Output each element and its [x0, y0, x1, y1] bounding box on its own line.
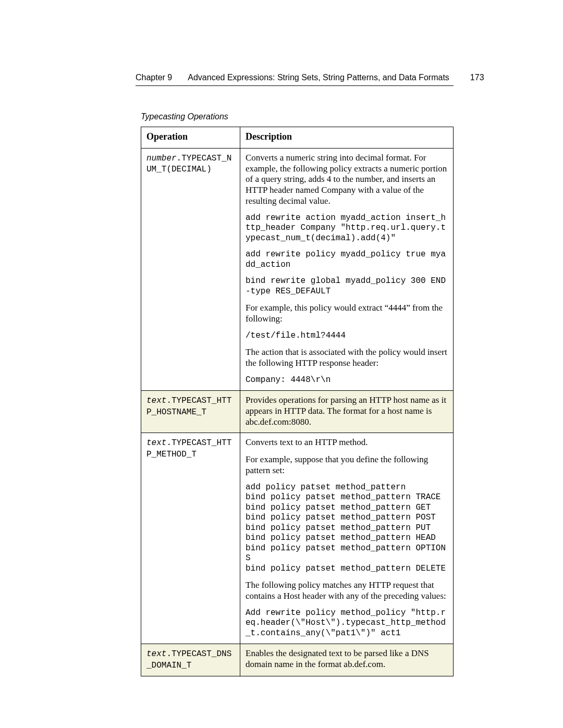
table-row: text.TYPECAST_HTTP_HOSTNAME_TProvides op…	[141, 391, 454, 433]
page: Chapter 9 Advanced Expressions: String S…	[0, 0, 563, 728]
operation-prefix: text	[146, 649, 166, 659]
operation-prefix: number	[146, 154, 177, 163]
col-operation: Operation	[141, 127, 240, 149]
chapter-label: Chapter 9	[136, 73, 172, 82]
code-block: add rewrite action myadd_action insert_h…	[246, 213, 448, 244]
operation-cell: text.TYPECAST_HTTP_METHOD_T	[141, 433, 240, 644]
paragraph: Provides operations for parsing an HTTP …	[246, 395, 448, 427]
page-number: 173	[470, 73, 484, 82]
paragraph: The following policy matches any HTTP re…	[246, 580, 448, 601]
table-header-row: Operation Description	[141, 127, 454, 149]
table-body: number.TYPECAST_NUM_T(DECIMAL)Converts a…	[141, 148, 454, 676]
col-description: Description	[240, 127, 454, 149]
operation-cell: text.TYPECAST_DNS_DOMAIN_T	[141, 644, 240, 676]
description-cell: Converts text to an HTTP method.For exam…	[240, 433, 454, 644]
code-block: add rewrite policy myadd_policy true mya…	[246, 250, 448, 270]
code-block: bind rewrite global myadd_policy 300 END…	[246, 276, 448, 297]
code-block: Add rewrite policy method_policy "http.r…	[246, 608, 448, 639]
paragraph: Converts a numeric string into decimal f…	[246, 153, 448, 207]
paragraph: The action that is associated with the p…	[246, 347, 448, 368]
code-block: Company: 4448\r\n	[246, 375, 448, 386]
description-cell: Converts a numeric string into decimal f…	[240, 148, 454, 390]
operation-prefix: text	[146, 396, 166, 405]
running-header: Chapter 9 Advanced Expressions: String S…	[136, 73, 454, 86]
chapter-title: Advanced Expressions: String Sets, Strin…	[188, 73, 449, 82]
table-caption: Typecasting Operations	[141, 112, 454, 121]
typecasting-table: Operation Description number.TYPECAST_NU…	[141, 127, 454, 676]
code-block: add policy patset method_pattern bind po…	[246, 483, 448, 574]
paragraph: For example, suppose that you define the…	[246, 454, 448, 476]
operation-cell: number.TYPECAST_NUM_T(DECIMAL)	[141, 148, 240, 390]
paragraph: For example, this policy would extract “…	[246, 303, 448, 324]
table-row: number.TYPECAST_NUM_T(DECIMAL)Converts a…	[141, 148, 454, 390]
paragraph: Converts text to an HTTP method.	[246, 437, 448, 448]
operation-prefix: text	[146, 438, 166, 448]
description-cell: Provides operations for parsing an HTTP …	[240, 391, 454, 433]
description-cell: Enables the designated text to be parsed…	[240, 644, 454, 676]
table-row: text.TYPECAST_HTTP_METHOD_TConverts text…	[141, 433, 454, 644]
table-row: text.TYPECAST_DNS_DOMAIN_TEnables the de…	[141, 644, 454, 676]
paragraph: Enables the designated text to be parsed…	[246, 648, 448, 670]
code-block: /test/file.html?4444	[246, 331, 448, 341]
operation-cell: text.TYPECAST_HTTP_HOSTNAME_T	[141, 391, 240, 433]
